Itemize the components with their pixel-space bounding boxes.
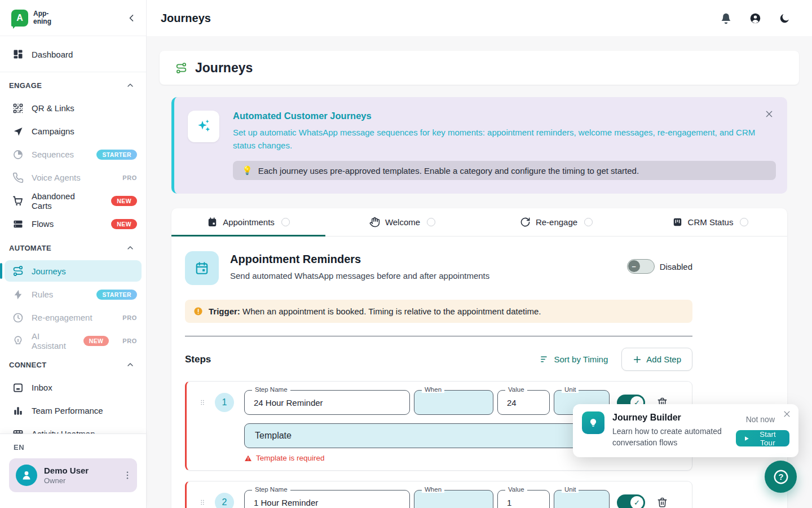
tour-icon-box [582, 411, 604, 434]
step-name-field[interactable]: Step Name1 Hour Reminder [244, 490, 410, 508]
steps-title: Steps [185, 354, 540, 365]
trigger-banner: Trigger: When an appointment is booked. … [185, 300, 692, 323]
flows-icon [12, 218, 24, 230]
sidebar-item-campaigns[interactable]: Campaigns [0, 120, 146, 143]
sidebar-item-journeys[interactable]: Journeys [5, 260, 142, 282]
when-select[interactable]: When [414, 490, 493, 508]
sidebar-item-activity-heatmap[interactable]: Activity Heatmap [0, 422, 146, 433]
phone-icon [12, 172, 24, 183]
tour-description: Learn how to create automated conversati… [612, 426, 728, 449]
ai-icon [12, 335, 24, 347]
trash-icon[interactable] [657, 497, 668, 508]
divider [0, 72, 146, 72]
inbox-icon [12, 382, 24, 393]
user-card[interactable]: Demo User Owner [9, 458, 137, 492]
refresh-icon [520, 217, 531, 227]
route-icon [175, 62, 187, 74]
sidebar: A App-ening DashboardENGAGEQR & LinksCam… [0, 0, 147, 508]
appointments-panel: Appointment Reminders Send automated Wha… [171, 237, 692, 508]
alert-circle-icon [193, 306, 203, 316]
user-role: Owner [44, 476, 89, 485]
pro-tag: PRO [122, 314, 137, 321]
calendar-filled-icon [207, 217, 218, 227]
section-header-connect[interactable]: CONNECT [0, 353, 146, 376]
promo-banner: Automated Customer Journeys Set up autom… [171, 97, 787, 194]
sidebar-item-ai-assistant[interactable]: AI AssistantNEWPRO [0, 329, 146, 352]
chevron-up-icon [126, 360, 135, 369]
account-icon[interactable] [749, 12, 761, 24]
tab-status-circle [584, 218, 593, 226]
heatmap-icon [12, 428, 24, 434]
plus-icon [633, 355, 642, 364]
question-mark-icon: ? [773, 468, 789, 485]
sidebar-item-dashboard[interactable]: Dashboard [0, 41, 146, 68]
sidebar-item-inbox[interactable]: Inbox [0, 376, 146, 399]
sidebar-item-re-engagement[interactable]: Re-engagementPRO [0, 306, 146, 329]
starter-badge: STARTER [96, 150, 137, 160]
not-now-button[interactable]: Not now [746, 415, 775, 424]
language-selector[interactable]: EN [0, 434, 146, 452]
tab-re-engage[interactable]: Re-engage [479, 208, 633, 236]
step-number: 1 [215, 393, 234, 412]
when-select[interactable]: When [414, 390, 493, 415]
sidebar-item-team-performance[interactable]: Team Performance [0, 399, 146, 422]
sidebar-header: A App-ening [0, 0, 146, 36]
start-tour-button[interactable]: Start Tour [736, 430, 789, 446]
kebab-menu-icon[interactable] [122, 470, 133, 480]
bar-chart-icon [12, 405, 24, 417]
divider [185, 336, 692, 336]
tab-crm-status[interactable]: CRM Status [633, 208, 787, 236]
tab-status-circle [740, 218, 748, 226]
new-badge: NEW [111, 219, 137, 229]
sidebar-item-voice-agents[interactable]: Voice AgentsPRO [0, 166, 146, 189]
dark-mode-icon[interactable] [779, 12, 791, 24]
tour-title: Journey Builder [612, 413, 728, 423]
sidebar-item-flows[interactable]: FlowsNEW [0, 212, 146, 235]
value-field[interactable]: Value24 [497, 390, 550, 415]
dashboard-icon [12, 49, 24, 60]
sidebar-collapse-icon[interactable] [126, 12, 137, 24]
pro-tag: PRO [122, 338, 137, 344]
promo-title: Automated Customer Journeys [233, 111, 776, 121]
close-icon[interactable] [783, 410, 791, 418]
section-header-automate[interactable]: AUTOMATE [0, 237, 146, 259]
send-icon [12, 126, 24, 137]
grip-icon[interactable] [199, 497, 206, 508]
user-name: Demo User [44, 466, 89, 475]
sidebar-item-abandoned-carts[interactable]: Abandoned CartsNEW [0, 189, 146, 212]
user-icon [20, 468, 33, 482]
sidebar-nav: DashboardENGAGEQR & LinksCampaignsSequen… [0, 36, 146, 433]
section-header-engage[interactable]: ENGAGE [0, 74, 146, 97]
topbar-title: Journeys [161, 12, 720, 25]
value-field[interactable]: Value1 [497, 490, 550, 508]
sparkles-icon [195, 117, 213, 135]
add-step-button[interactable]: Add Step [621, 348, 692, 371]
calendar-icon [195, 261, 209, 275]
grip-icon[interactable] [199, 397, 206, 408]
tab-appointments[interactable]: Appointments [171, 208, 325, 236]
app-logo[interactable]: A [11, 10, 28, 27]
qr-icon [12, 103, 24, 114]
kanban-icon [672, 217, 683, 227]
tab-welcome[interactable]: Welcome [325, 208, 479, 236]
sort-icon [540, 354, 549, 364]
zap-icon [12, 289, 24, 300]
step-enabled-toggle[interactable]: ✓ [617, 494, 645, 508]
template-select[interactable]: Template [244, 423, 610, 448]
close-icon[interactable] [765, 110, 774, 119]
topbar: Journeys [147, 0, 812, 36]
notifications-bell-icon[interactable] [720, 12, 732, 24]
step-name-field[interactable]: Step Name24 Hour Reminder [244, 390, 410, 415]
promo-description: Set up automatic WhatsApp message sequen… [233, 126, 776, 152]
category-enabled-toggle[interactable]: – [627, 259, 655, 274]
sort-by-timing-button[interactable]: Sort by Timing [540, 354, 608, 364]
brand-name: App-ening [33, 10, 51, 26]
step-card-2: 2Step Name1 Hour ReminderWhenValue1Unit✓… [185, 481, 692, 508]
sidebar-item-sequences[interactable]: SequencesSTARTER [0, 143, 146, 166]
sidebar-item-qr-links[interactable]: QR & Links [0, 97, 146, 120]
sidebar-item-rules[interactable]: RulesSTARTER [0, 283, 146, 306]
new-badge: NEW [111, 196, 137, 206]
unit-select[interactable]: Unit [554, 490, 610, 508]
help-button[interactable]: ? [765, 461, 797, 493]
page-title: Journeys [195, 60, 253, 76]
